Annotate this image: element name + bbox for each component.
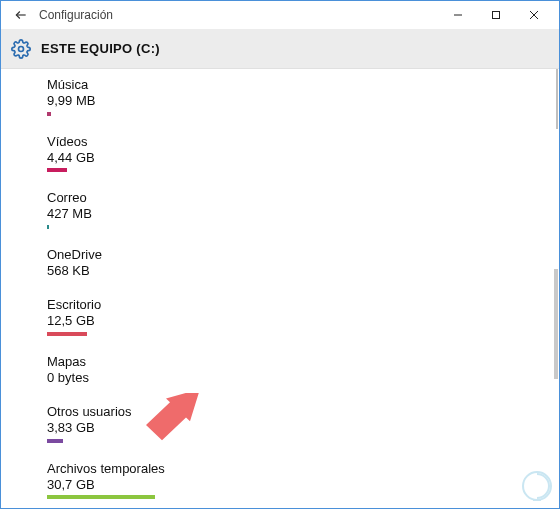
item-label: Escritorio [47,297,559,313]
item-label: Otros usuarios [47,404,559,420]
item-size: 9,99 MB [47,93,559,109]
storage-item-correo[interactable]: Correo 427 MB [47,190,559,229]
storage-list: Música 9,99 MB Vídeos 4,44 GB Correo 427… [1,69,559,508]
scrollbar-thumb[interactable] [554,269,558,379]
usage-bar [47,168,67,172]
svg-rect-2 [493,12,500,19]
svg-point-5 [19,46,24,51]
usage-bar [47,332,87,336]
item-label: Música [47,77,559,93]
page-title: ESTE EQUIPO (C:) [41,41,160,56]
usage-bar [47,439,63,443]
item-label: Mapas [47,354,559,370]
gear-icon [11,39,31,59]
usage-bar [47,112,51,116]
titlebar: Configuración [1,1,559,29]
item-size: 427 MB [47,206,559,222]
usage-bar [47,495,155,499]
storage-item-videos[interactable]: Vídeos 4,44 GB [47,134,559,173]
item-size: 30,7 GB [47,477,559,493]
back-button[interactable] [11,5,31,25]
item-label: Correo [47,190,559,206]
window-title: Configuración [39,8,439,22]
maximize-button[interactable] [477,1,515,29]
item-size: 3,83 GB [47,420,559,436]
storage-item-archivos-temporales[interactable]: Archivos temporales 30,7 GB [47,461,559,500]
item-label: Vídeos [47,134,559,150]
storage-item-otros-usuarios[interactable]: Otros usuarios 3,83 GB [47,404,559,443]
scrollbar-track-top[interactable] [556,69,558,129]
storage-item-mapas[interactable]: Mapas 0 bytes [47,354,559,387]
storage-item-musica[interactable]: Música 9,99 MB [47,77,559,116]
item-size: 0 bytes [47,370,559,386]
close-button[interactable] [515,1,553,29]
minimize-button[interactable] [439,1,477,29]
item-size: 568 KB [47,263,559,279]
settings-window: Configuración ESTE EQUIPO (C:) Mú [0,0,560,509]
page-header: ESTE EQUIPO (C:) [1,29,559,69]
item-size: 12,5 GB [47,313,559,329]
item-label: OneDrive [47,247,559,263]
storage-item-escritorio[interactable]: Escritorio 12,5 GB [47,297,559,336]
item-size: 4,44 GB [47,150,559,166]
storage-item-onedrive[interactable]: OneDrive 568 KB [47,247,559,280]
item-label: Archivos temporales [47,461,559,477]
usage-bar [47,225,49,229]
window-controls [439,1,553,29]
